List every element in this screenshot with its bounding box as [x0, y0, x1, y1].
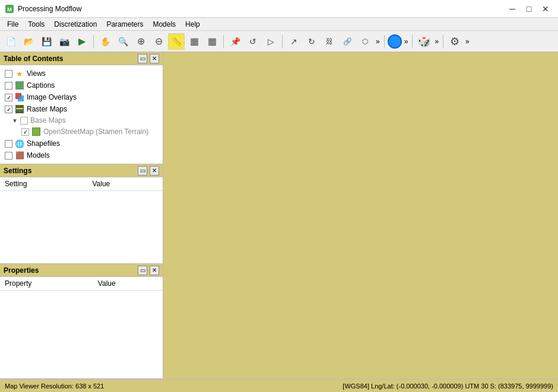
properties-section: Properties ▭ ✕ Property Value: [0, 264, 163, 379]
measure-button[interactable]: 📏: [168, 33, 185, 50]
settings-content: Setting Value: [0, 177, 163, 263]
osm-icon: [31, 127, 41, 136]
title-bar: M Processing Modflow ─ □ ✕: [0, 0, 558, 18]
toc-checkbox-image-overlays[interactable]: [5, 94, 12, 101]
list-item[interactable]: Captions: [0, 79, 163, 91]
cube-icon: 🟫: [15, 151, 24, 160]
play2-button[interactable]: ▷: [262, 33, 279, 50]
toc-label-base-maps: Base Maps: [30, 116, 66, 125]
screenshot-button[interactable]: 📷: [56, 33, 72, 50]
menu-models[interactable]: Models: [148, 19, 180, 30]
toc-checkbox-views[interactable]: [5, 70, 12, 78]
title-bar-controls: ─ □ ✕: [505, 1, 553, 17]
toc-label-raster-maps: Raster Maps: [27, 105, 67, 113]
toc-restore-button[interactable]: ▭: [138, 54, 147, 63]
extra-button[interactable]: ⚙: [446, 33, 463, 50]
link-button[interactable]: ⛓: [321, 33, 338, 50]
list-item[interactable]: ★ Views: [0, 68, 163, 79]
properties-title: Properties: [4, 266, 39, 275]
toc-checkbox-osm[interactable]: [21, 128, 29, 136]
menu-tools[interactable]: Tools: [23, 19, 49, 30]
open-button[interactable]: 📂: [20, 33, 37, 50]
list-item[interactable]: Raster Maps: [0, 103, 163, 115]
grid-icon: [15, 81, 24, 90]
close-button[interactable]: ✕: [538, 1, 553, 17]
properties-header-controls: ▭ ✕: [138, 266, 159, 275]
toc-label-models: Models: [27, 151, 50, 160]
toolbar-separator-4: [384, 35, 385, 48]
toolbar-separator-6: [443, 35, 443, 48]
menu-discretization[interactable]: Discretization: [49, 19, 102, 30]
export-button[interactable]: ↗: [286, 33, 302, 50]
save-button[interactable]: 💾: [38, 33, 55, 50]
list-item[interactable]: 🟫 Models: [0, 149, 163, 161]
overlay-icon: [15, 93, 24, 102]
blue-circle-button[interactable]: [388, 34, 402, 49]
properties-col-value: Value: [93, 277, 163, 291]
pan-button[interactable]: ✋: [97, 33, 113, 50]
menu-parameters[interactable]: Parameters: [102, 19, 148, 30]
list-item[interactable]: Image Overlays: [0, 91, 163, 103]
app-title: Processing Modflow: [18, 5, 81, 13]
maximize-button[interactable]: □: [521, 1, 537, 17]
toc-label-image-overlays: Image Overlays: [27, 93, 77, 101]
run-button[interactable]: ▶: [74, 33, 90, 50]
title-bar-left: M Processing Modflow: [5, 4, 81, 14]
settings-section: Settings ▭ ✕ Setting Value: [0, 164, 163, 264]
settings-col-value: Value: [87, 177, 163, 191]
grid2-button[interactable]: ▦: [204, 33, 220, 50]
properties-content: Property Value: [0, 277, 163, 378]
raster-icon: [15, 104, 24, 114]
zoom-out-button[interactable]: ⊖: [150, 33, 167, 50]
toc-checkbox-base-maps[interactable]: [20, 117, 28, 125]
toc-checkbox-raster-maps[interactable]: [5, 106, 12, 113]
settings-table: Setting Value: [0, 177, 163, 191]
properties-close-button[interactable]: ✕: [150, 266, 159, 275]
list-item[interactable]: OpenStreetMap (Stamen Terrain): [0, 126, 163, 138]
main-area: Table of Contents ▭ ✕ ★ Views: [0, 52, 558, 379]
zoom-extent-button[interactable]: ⊕: [132, 33, 149, 50]
status-coordinates: [WGS84] Lng/Lat: (-0.000030, -0.000009) …: [116, 383, 553, 390]
menu-bar: File Tools Discretization Parameters Mod…: [0, 18, 558, 31]
toc-checkbox-shapefiles[interactable]: [5, 140, 12, 148]
toc-checkbox-models[interactable]: [5, 152, 12, 160]
new-button[interactable]: 📄: [2, 33, 19, 50]
shape-button[interactable]: ⬡: [357, 33, 373, 50]
menu-help[interactable]: Help: [180, 19, 205, 30]
status-resolution: Map Viewer Resolution: 638 x 521: [5, 383, 104, 390]
settings-restore-button[interactable]: ▭: [138, 166, 147, 176]
zoom-button[interactable]: 🔍: [115, 33, 131, 50]
toc-label-shapefiles: Shapefiles: [27, 139, 60, 148]
toc-content: ★ Views Captions: [0, 65, 163, 164]
more-toolbar-3[interactable]: »: [433, 37, 440, 46]
3d-button[interactable]: 🎲: [416, 33, 432, 50]
pin-button[interactable]: 📌: [227, 33, 243, 50]
settings-close-button[interactable]: ✕: [150, 166, 159, 176]
svg-text:M: M: [7, 7, 12, 12]
chain-button[interactable]: 🔗: [339, 33, 356, 50]
properties-col-property: Property: [0, 277, 93, 291]
toc-title: Table of Contents: [4, 55, 63, 63]
settings-header-controls: ▭ ✕: [138, 166, 159, 176]
more-toolbar-2[interactable]: »: [403, 37, 410, 46]
menu-file[interactable]: File: [2, 19, 23, 30]
status-bar: Map Viewer Resolution: 638 x 521 [WGS84]…: [0, 379, 558, 392]
map-area[interactable]: [163, 52, 558, 379]
more-toolbar-1[interactable]: »: [375, 37, 381, 46]
settings-title: Settings: [4, 167, 31, 175]
grid1-button[interactable]: ▦: [186, 33, 202, 50]
properties-restore-button[interactable]: ▭: [138, 266, 147, 275]
toc-label-osm: OpenStreetMap (Stamen Terrain): [43, 128, 148, 136]
minimize-button[interactable]: ─: [505, 1, 520, 17]
list-item[interactable]: 🌐 Shapefiles: [0, 138, 163, 149]
toc-close-button[interactable]: ✕: [150, 54, 159, 63]
left-panel: Table of Contents ▭ ✕ ★ Views: [0, 52, 163, 379]
loop-button[interactable]: ↺: [245, 33, 261, 50]
toc-checkbox-captions[interactable]: [5, 82, 12, 90]
settings-header: Settings ▭ ✕: [0, 164, 163, 177]
refresh-button[interactable]: ↻: [303, 33, 320, 50]
list-item[interactable]: ▼ Base Maps: [0, 115, 163, 126]
toolbar-separator-2: [223, 35, 224, 48]
toc-label-captions: Captions: [27, 81, 55, 90]
more-toolbar-4[interactable]: »: [464, 37, 471, 46]
